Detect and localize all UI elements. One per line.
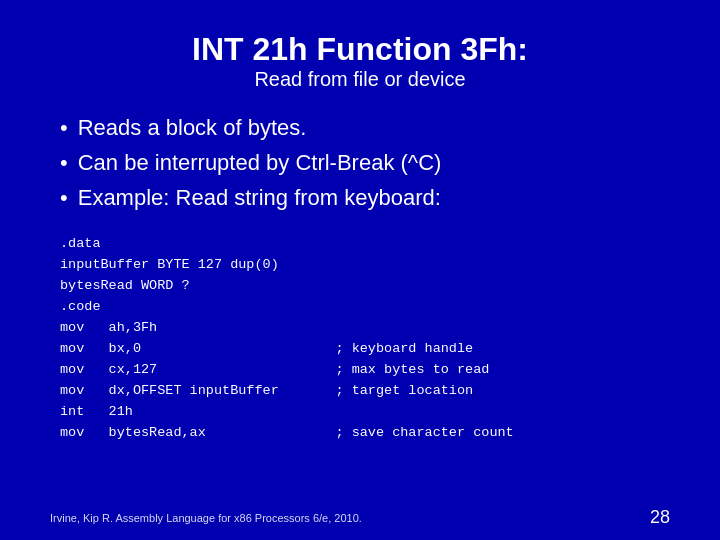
bullet-text-1: Reads a block of bytes. xyxy=(78,111,307,144)
bullet-item-1: • Reads a block of bytes. xyxy=(60,111,670,144)
sub-title: Read from file or device xyxy=(50,68,670,91)
bullet-dot-3: • xyxy=(60,181,68,214)
page-number: 28 xyxy=(650,507,670,528)
code-line-2: bytesRead WORD ? xyxy=(60,276,670,297)
code-line-8: int 21h xyxy=(60,402,670,423)
bullet-item-2: • Can be interrupted by Ctrl-Break (^C) xyxy=(60,146,670,179)
bullet-dot-2: • xyxy=(60,146,68,179)
code-line-0: .data xyxy=(60,234,670,255)
code-line-1: inputBuffer BYTE 127 dup(0) xyxy=(60,255,670,276)
bullet-text-2: Can be interrupted by Ctrl-Break (^C) xyxy=(78,146,442,179)
code-line-7: mov dx,OFFSET inputBuffer ; target locat… xyxy=(60,381,670,402)
bullet-dot-1: • xyxy=(60,111,68,144)
code-section: .datainputBuffer BYTE 127 dup(0)bytesRea… xyxy=(50,234,670,520)
code-line-9: mov bytesRead,ax ; save character count xyxy=(60,423,670,444)
footer-text: Irvine, Kip R. Assembly Language for x86… xyxy=(50,512,362,524)
code-line-3: .code xyxy=(60,297,670,318)
bullet-text-3: Example: Read string from keyboard: xyxy=(78,181,441,214)
code-line-5: mov bx,0 ; keyboard handle xyxy=(60,339,670,360)
code-line-6: mov cx,127 ; max bytes to read xyxy=(60,360,670,381)
bullet-section: • Reads a block of bytes. • Can be inter… xyxy=(50,111,670,216)
bullet-item-3: • Example: Read string from keyboard: xyxy=(60,181,670,214)
slide-container: INT 21h Function 3Fh: Read from file or … xyxy=(0,0,720,540)
code-line-4: mov ah,3Fh xyxy=(60,318,670,339)
main-title: INT 21h Function 3Fh: xyxy=(50,30,670,68)
footer: Irvine, Kip R. Assembly Language for x86… xyxy=(50,507,670,528)
title-section: INT 21h Function 3Fh: Read from file or … xyxy=(50,30,670,91)
